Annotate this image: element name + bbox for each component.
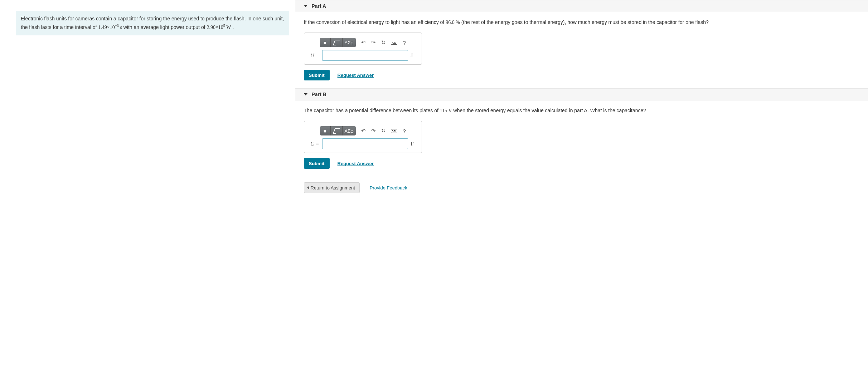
tool-group-templates: ■ ΑΣφ: [320, 126, 356, 135]
variable-label: U =: [309, 53, 319, 59]
answer-row-b: C = F: [309, 138, 417, 149]
eff-value: 96.0: [446, 20, 455, 25]
power-unit: W: [225, 24, 231, 30]
return-button[interactable]: Return to Assignment: [304, 182, 360, 193]
chevron-left-icon: [307, 186, 309, 189]
problem-text-suffix: .: [231, 24, 234, 30]
keyboard-button[interactable]: [389, 38, 399, 47]
undo-icon: ↶: [361, 39, 366, 46]
help-button[interactable]: ?: [399, 38, 409, 47]
caret-down-icon: [304, 5, 307, 7]
q-text: when the stored energy equals the value …: [452, 108, 646, 113]
submit-button[interactable]: Submit: [304, 158, 330, 169]
part-a-section: Part A If the conversion of electrical e…: [295, 0, 868, 84]
eff-unit: %: [455, 20, 460, 25]
part-b-question: The capacitor has a potential difference…: [304, 107, 860, 114]
keyboard-button[interactable]: [389, 126, 399, 135]
help-icon: ?: [403, 40, 406, 46]
request-answer-link[interactable]: Request Answer: [338, 161, 374, 166]
templates-button[interactable]: ■: [320, 126, 331, 135]
answer-widget-b: ■ ΑΣφ ↶ ↷ ↻ ? C = F: [304, 121, 422, 153]
equation-toolbar: ■ ΑΣφ ↶ ↷ ↻ ?: [320, 126, 417, 135]
templates-icon: ■: [324, 128, 326, 134]
keyboard-icon: [391, 129, 397, 133]
unit-label: F: [411, 141, 417, 147]
volt-value: 115: [440, 108, 447, 113]
reset-button[interactable]: ↻: [379, 38, 389, 47]
answer-widget-a: ■ ΑΣφ ↶ ↷ ↻ ? U = J: [304, 33, 422, 65]
part-b-title: Part B: [312, 92, 326, 97]
page-root: Electronic flash units for cameras conta…: [0, 0, 868, 380]
part-a-question: If the conversion of electrical energy t…: [304, 19, 860, 26]
root-icon: [333, 128, 340, 134]
part-a-header[interactable]: Part A: [295, 0, 868, 12]
redo-button[interactable]: ↷: [369, 38, 379, 47]
actions-a: Submit Request Answer: [304, 70, 860, 80]
root-button[interactable]: [331, 38, 343, 47]
greek-icon: ΑΣφ: [345, 40, 354, 45]
answer-input-b[interactable]: [322, 138, 408, 149]
answer-row-a: U = J: [309, 50, 417, 61]
volt-unit: V: [447, 108, 452, 113]
templates-icon: ■: [324, 40, 326, 45]
unit-label: J: [411, 53, 417, 59]
redo-icon: ↷: [371, 39, 376, 46]
problem-text-mid: with an average light power output of: [122, 24, 207, 30]
answer-input-a[interactable]: [322, 50, 408, 61]
keyboard-icon: [391, 41, 397, 45]
greek-button[interactable]: ΑΣφ: [343, 126, 356, 135]
variable-label: C =: [309, 141, 319, 147]
provide-feedback-link[interactable]: Provide Feedback: [370, 185, 407, 191]
caret-down-icon: [304, 93, 307, 95]
q-text: (the rest of the energy goes to thermal …: [460, 19, 709, 25]
equation-toolbar: ■ ΑΣφ ↶ ↷ ↻ ?: [320, 38, 417, 47]
redo-icon: ↷: [371, 128, 376, 134]
tool-group-templates: ■ ΑΣφ: [320, 38, 356, 47]
help-icon: ?: [403, 128, 406, 134]
part-a-body: If the conversion of electrical energy t…: [295, 12, 868, 84]
equals: =: [314, 53, 319, 58]
right-pane: Part A If the conversion of electrical e…: [295, 0, 868, 380]
return-label: Return to Assignment: [311, 185, 355, 191]
footer-actions: Return to Assignment Provide Feedback: [295, 182, 868, 193]
submit-button[interactable]: Submit: [304, 70, 330, 80]
reset-icon: ↻: [381, 39, 386, 46]
equals: =: [314, 141, 319, 147]
undo-button[interactable]: ↶: [359, 38, 369, 47]
left-pane: Electronic flash units for cameras conta…: [0, 0, 295, 380]
redo-button[interactable]: ↷: [369, 126, 379, 135]
part-a-title: Part A: [312, 3, 326, 9]
power-value: 2.90×10: [207, 24, 223, 30]
undo-button[interactable]: ↶: [359, 126, 369, 135]
time-unit: s: [119, 24, 122, 30]
problem-statement: Electronic flash units for cameras conta…: [16, 11, 289, 35]
reset-button[interactable]: ↻: [379, 126, 389, 135]
time-value: 1.49×10: [98, 24, 115, 30]
var-symbol: U: [310, 53, 314, 58]
q-text: The capacitor has a potential difference…: [304, 108, 440, 113]
var-symbol: C: [311, 141, 314, 147]
greek-icon: ΑΣφ: [345, 128, 354, 134]
part-b-body: The capacitor has a potential difference…: [295, 100, 868, 172]
request-answer-link[interactable]: Request Answer: [338, 73, 374, 78]
time-exp: −3: [115, 24, 119, 28]
root-icon: [333, 40, 340, 45]
part-b-header[interactable]: Part B: [295, 88, 868, 100]
part-b-section: Part B The capacitor has a potential dif…: [295, 88, 868, 172]
actions-b: Submit Request Answer: [304, 158, 860, 169]
templates-button[interactable]: ■: [320, 38, 331, 47]
root-button[interactable]: [331, 126, 343, 135]
undo-icon: ↶: [361, 128, 366, 134]
q-text: If the conversion of electrical energy t…: [304, 19, 446, 25]
help-button[interactable]: ?: [399, 126, 409, 135]
greek-button[interactable]: ΑΣφ: [343, 38, 356, 47]
reset-icon: ↻: [381, 128, 386, 134]
